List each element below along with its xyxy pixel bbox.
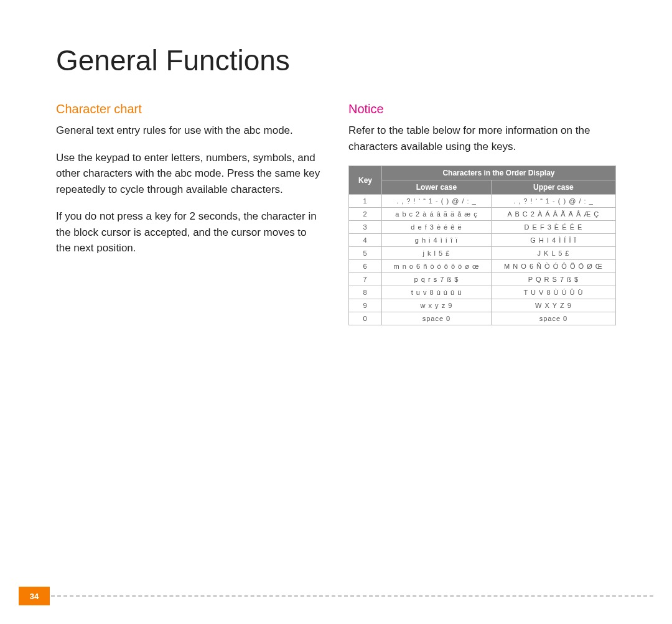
- cell-upper-case: T U V 8 Ù Ú Û Ü: [491, 286, 615, 299]
- footer-divider: [51, 595, 653, 597]
- cell-upper-case: W X Y Z 9: [491, 299, 615, 312]
- paragraph: General text entry rules for use with th…: [56, 123, 324, 139]
- table-row: 6m n o 6 ñ ò ó ô õ ö ø œM N O 6 Ñ Ò Ó Ô …: [349, 260, 616, 273]
- table-row: 4g h i 4 ì í î ïG H I 4 Ì Í Î Ï: [349, 234, 616, 247]
- cell-lower-case: space 0: [382, 312, 492, 325]
- table-header-upper: Upper case: [491, 180, 615, 195]
- table-row: 3d e f 3 è é ê ëD E F 3 È É Ê Ë: [349, 221, 616, 234]
- cell-key: 0: [349, 312, 382, 325]
- page-title: General Functions: [56, 44, 616, 77]
- table-row: 7p q r s 7 ß $P Q R S 7 ß $: [349, 273, 616, 286]
- cell-key: 4: [349, 234, 382, 247]
- section-heading-character-chart: Character chart: [56, 102, 324, 116]
- page-number-badge: 34: [19, 587, 50, 605]
- cell-lower-case: m n o 6 ñ ò ó ô õ ö ø œ: [382, 260, 492, 273]
- table-row: 9w x y z 9W X Y Z 9: [349, 299, 616, 312]
- cell-key: 1: [349, 195, 382, 208]
- right-column: Notice Refer to the table below for more…: [348, 102, 616, 325]
- paragraph: Refer to the table below for more inform…: [348, 123, 616, 154]
- table-header-order: Characters in the Order Display: [382, 166, 616, 180]
- cell-lower-case: w x y z 9: [382, 299, 492, 312]
- page-footer: 34: [0, 587, 672, 605]
- table-header-key: Key: [349, 166, 382, 195]
- cell-key: 2: [349, 208, 382, 221]
- cell-lower-case: t u v 8 ù ú û ü: [382, 286, 492, 299]
- cell-lower-case: . , ? ! ‘ “ 1 - ( ) @ / : _: [382, 195, 492, 208]
- left-column: Character chart General text entry rules…: [56, 102, 324, 325]
- cell-lower-case: g h i 4 ì í î ï: [382, 234, 492, 247]
- section-heading-notice: Notice: [348, 102, 616, 116]
- cell-upper-case: D E F 3 È É Ê Ë: [491, 221, 615, 234]
- cell-key: 6: [349, 260, 382, 273]
- table-header-lower: Lower case: [382, 180, 492, 195]
- table-row: 5j k l 5 £J K L 5 £: [349, 247, 616, 260]
- table-row: 1. , ? ! ‘ “ 1 - ( ) @ / : _. , ? ! ‘ “ …: [349, 195, 616, 208]
- cell-lower-case: d e f 3 è é ê ë: [382, 221, 492, 234]
- paragraph: Use the keypad to enter letters, numbers…: [56, 150, 324, 198]
- cell-key: 9: [349, 299, 382, 312]
- cell-lower-case: j k l 5 £: [382, 247, 492, 260]
- character-table: Key Characters in the Order Display Lowe…: [348, 165, 616, 325]
- cell-upper-case: . , ? ! ‘ “ 1 - ( ) @ / : _: [491, 195, 615, 208]
- table-row: 8t u v 8 ù ú û üT U V 8 Ù Ú Û Ü: [349, 286, 616, 299]
- cell-upper-case: M N O 6 Ñ Ò Ó Ô Õ Ö Ø Œ: [491, 260, 615, 273]
- cell-key: 7: [349, 273, 382, 286]
- cell-lower-case: a b c 2 à á â ã ä å æ ç: [382, 208, 492, 221]
- paragraph: If you do not press a key for 2 seconds,…: [56, 208, 324, 256]
- cell-upper-case: space 0: [491, 312, 615, 325]
- document-page: General Functions Character chart Genera…: [0, 0, 672, 624]
- cell-upper-case: J K L 5 £: [491, 247, 615, 260]
- cell-key: 3: [349, 221, 382, 234]
- cell-lower-case: p q r s 7 ß $: [382, 273, 492, 286]
- table-row: 2a b c 2 à á â ã ä å æ çA B C 2 À Á Â Ã …: [349, 208, 616, 221]
- cell-key: 5: [349, 247, 382, 260]
- content-columns: Character chart General text entry rules…: [56, 102, 616, 325]
- table-row: 0space 0space 0: [349, 312, 616, 325]
- cell-upper-case: G H I 4 Ì Í Î Ï: [491, 234, 615, 247]
- cell-key: 8: [349, 286, 382, 299]
- cell-upper-case: A B C 2 À Á Â Ã Ä Å Æ Ç: [491, 208, 615, 221]
- cell-upper-case: P Q R S 7 ß $: [491, 273, 615, 286]
